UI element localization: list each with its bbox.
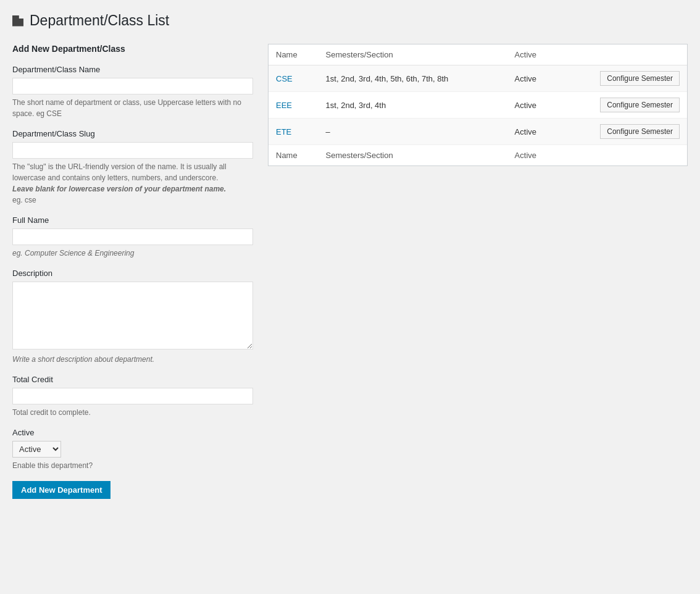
- main-layout: Add New Department/Class Department/Clas…: [12, 44, 688, 509]
- col-footer-semesters: Semesters/Section: [319, 145, 507, 166]
- row-active-cell: Active: [507, 65, 558, 92]
- total-credit-label: Total Credit: [12, 375, 253, 384]
- row-semesters-cell: 1st, 2nd, 3rd, 4th: [319, 92, 507, 119]
- table-header-row: Name Semesters/Section Active: [269, 44, 687, 65]
- total-credit-input[interactable]: [12, 388, 253, 404]
- dept-slug-label: Department/Class Slug: [12, 129, 253, 138]
- submit-group: Add New Department: [12, 481, 253, 499]
- col-header-name: Name: [269, 44, 319, 65]
- row-action-cell: Configure Semester: [557, 65, 687, 92]
- description-label: Description: [12, 269, 253, 278]
- dept-name-hint: The short name of department or class, u…: [12, 97, 253, 119]
- col-footer-action: [557, 145, 687, 166]
- full-name-input[interactable]: [12, 228, 253, 245]
- add-department-button[interactable]: Add New Department: [12, 481, 110, 499]
- configure-semester-button[interactable]: Configure Semester: [600, 98, 680, 112]
- dept-slug-group: Department/Class Slug The "slug" is the …: [12, 129, 253, 206]
- row-active-cell: Active: [507, 92, 558, 119]
- description-group: Description Write a short description ab…: [12, 269, 253, 365]
- total-credit-group: Total Credit Total credit to complete.: [12, 375, 253, 418]
- dept-link[interactable]: EEE: [276, 101, 292, 110]
- total-credit-hint: Total credit to complete.: [12, 407, 253, 418]
- description-input[interactable]: [12, 282, 253, 349]
- col-header-active: Active: [507, 44, 558, 65]
- document-icon: [12, 15, 23, 27]
- table-row: ETE–ActiveConfigure Semester: [269, 119, 687, 145]
- dept-slug-hint: The "slug" is the URL-friendly version o…: [12, 161, 253, 206]
- active-select[interactable]: Active Inactive: [12, 441, 61, 458]
- table-row: EEE1st, 2nd, 3rd, 4thActiveConfigure Sem…: [269, 92, 687, 119]
- row-action-cell: Configure Semester: [557, 119, 687, 145]
- row-active-cell: Active: [507, 119, 558, 145]
- row-semesters-cell: –: [319, 119, 507, 145]
- active-group: Active Active Inactive Enable this depar…: [12, 428, 253, 471]
- dept-link[interactable]: ETE: [276, 127, 291, 136]
- dept-name-label: Department/Class Name: [12, 65, 253, 74]
- active-label: Active: [12, 428, 253, 437]
- dept-name-input[interactable]: [12, 78, 253, 94]
- row-semesters-cell: 1st, 2nd, 3rd, 4th, 5th, 6th, 7th, 8th: [319, 65, 507, 92]
- table-body: CSE1st, 2nd, 3rd, 4th, 5th, 6th, 7th, 8t…: [269, 65, 687, 145]
- dept-slug-hint-extra: eg. cse: [12, 196, 36, 204]
- active-hint: Enable this department?: [12, 460, 253, 471]
- configure-semester-button[interactable]: Configure Semester: [600, 124, 680, 139]
- page-title: Department/Class List: [30, 12, 169, 29]
- form-section-title: Add New Department/Class: [12, 44, 253, 54]
- full-name-hint: eg. Computer Science & Engineering: [12, 248, 253, 259]
- dept-slug-hint-normal: The "slug" is the URL-friendly version o…: [12, 162, 227, 182]
- row-name-cell: ETE: [269, 119, 319, 145]
- departments-table: Name Semesters/Section Active CSE1st, 2n…: [269, 44, 687, 165]
- table-row: CSE1st, 2nd, 3rd, 4th, 5th, 6th, 7th, 8t…: [269, 65, 687, 92]
- row-name-cell: CSE: [269, 65, 319, 92]
- add-form-panel: Add New Department/Class Department/Clas…: [12, 44, 253, 509]
- dept-slug-input[interactable]: [12, 142, 253, 159]
- description-hint: Write a short description about departme…: [12, 354, 253, 365]
- col-footer-name: Name: [269, 145, 319, 166]
- col-header-action: [557, 44, 687, 65]
- row-name-cell: EEE: [269, 92, 319, 119]
- page-header: Department/Class List: [12, 12, 688, 29]
- dept-slug-hint-bold: Leave blank for lowercase version of you…: [12, 185, 226, 193]
- row-action-cell: Configure Semester: [557, 92, 687, 119]
- dept-link[interactable]: CSE: [276, 74, 293, 83]
- table-footer-row: Name Semesters/Section Active: [269, 145, 687, 166]
- full-name-label: Full Name: [12, 215, 253, 225]
- configure-semester-button[interactable]: Configure Semester: [600, 71, 680, 86]
- dept-name-group: Department/Class Name The short name of …: [12, 65, 253, 119]
- departments-table-panel: Name Semesters/Section Active CSE1st, 2n…: [268, 44, 688, 166]
- full-name-group: Full Name eg. Computer Science & Enginee…: [12, 215, 253, 259]
- col-header-semesters: Semesters/Section: [319, 44, 507, 65]
- col-footer-active: Active: [507, 145, 558, 166]
